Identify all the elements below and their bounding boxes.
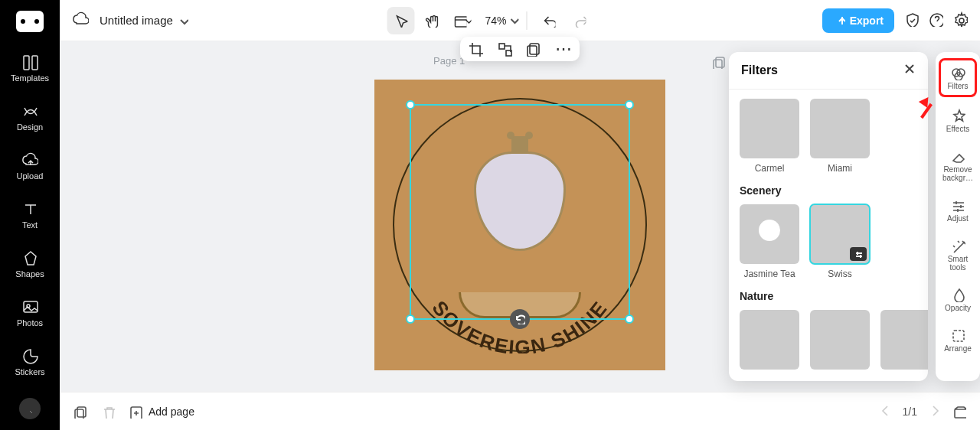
rail-opacity[interactable]: Opacity	[939, 282, 977, 317]
close-button[interactable]	[903, 63, 916, 78]
arrange-icon	[950, 327, 965, 343]
rail-adjust[interactable]: Adjust	[939, 193, 977, 227]
group-icon[interactable]	[497, 41, 512, 57]
thumb-label: Jasmine Tea	[743, 269, 795, 279]
nav-label: Upload	[17, 171, 44, 181]
select-tool[interactable]	[387, 7, 414, 34]
svg-rect-18	[953, 331, 964, 341]
duplicate-icon[interactable]	[526, 41, 541, 57]
add-page-button[interactable]: Add page	[129, 405, 194, 419]
pages-icon[interactable]	[74, 405, 87, 419]
rotate-handle[interactable]	[510, 309, 530, 329]
present-icon[interactable]	[952, 405, 966, 419]
opacity-icon	[950, 287, 965, 302]
undo-button[interactable]	[535, 7, 563, 34]
topbar: Untitled image 74% Export	[60, 0, 980, 41]
prev-page[interactable]	[878, 403, 892, 419]
filter-jasmine-tea[interactable]: Jasmine Tea	[740, 204, 799, 279]
templates-icon	[21, 54, 38, 70]
next-page[interactable]	[928, 403, 942, 419]
nav-bottom	[19, 398, 41, 419]
nav-label: Design	[17, 122, 43, 132]
nav-text[interactable]: Text	[21, 200, 38, 230]
settings-icon[interactable]	[952, 11, 968, 30]
right-rail: Filters Effects Remove backgr… Adjust Sm…	[936, 52, 980, 381]
left-nav: Templates Design Upload Text Shapes Phot…	[0, 0, 60, 430]
nav-label: Stickers	[15, 367, 44, 376]
export-icon	[833, 15, 845, 27]
nav-design[interactable]: Design	[17, 103, 43, 132]
nav-upload[interactable]: Upload	[17, 151, 44, 181]
filter-nature-2[interactable]	[810, 310, 870, 370]
svg-rect-8	[716, 57, 724, 67]
filter-miami[interactable]: Miami	[810, 99, 870, 174]
thumb-label: Miami	[828, 163, 852, 174]
filters-panel: Filters Carmel Miami Scenery Jasmine Tea	[729, 52, 928, 381]
rail-arrange[interactable]: Arrange	[939, 323, 977, 357]
crop-icon[interactable]	[468, 41, 483, 57]
nav-label: Shapes	[15, 269, 44, 279]
upload-icon	[21, 151, 38, 168]
svg-rect-0	[24, 56, 29, 70]
section-heading: Nature	[740, 290, 917, 302]
chevron-down-icon	[178, 15, 188, 26]
rail-label: Arrange	[944, 344, 972, 353]
nav-stickers[interactable]: Stickers	[15, 347, 44, 376]
rail-label: Effects	[946, 125, 969, 133]
topbar-right: Export	[822, 8, 968, 33]
svg-rect-19	[77, 407, 86, 417]
cloud-status[interactable]	[72, 11, 89, 31]
rail-filters[interactable]: Filters	[939, 58, 977, 97]
pager: 1/1	[878, 403, 966, 419]
rail-smart-tools[interactable]: Smart tools	[939, 233, 977, 276]
svg-point-7	[959, 18, 964, 23]
nav-label: Text	[22, 220, 38, 230]
user-menu[interactable]	[19, 398, 41, 419]
artboard[interactable]: SOVEREIGN SHINE ⋯	[374, 80, 665, 370]
filters-icon	[950, 65, 965, 80]
stickers-icon	[21, 347, 38, 364]
page-indicator: 1/1	[903, 406, 917, 418]
svg-marker-2	[25, 252, 36, 265]
duplicate-page-icon[interactable]	[712, 55, 726, 69]
panel-title: Filters	[741, 64, 778, 77]
photos-icon	[21, 298, 38, 315]
trash-icon[interactable]	[101, 405, 115, 419]
nav-label: Templates	[11, 73, 49, 83]
filter-adjust-icon[interactable]	[850, 247, 867, 261]
export-label: Export	[850, 15, 884, 27]
app-logo[interactable]	[16, 11, 44, 32]
frame-tool[interactable]	[448, 7, 475, 34]
bottombar: Add page 1/1	[60, 392, 980, 430]
zoom-control[interactable]: 74%	[485, 15, 518, 27]
nav-label: Photos	[17, 318, 43, 327]
separator	[527, 11, 528, 30]
svg-point-6	[930, 14, 943, 27]
rail-remove-bg[interactable]: Remove backgr…	[939, 144, 977, 187]
annotation-arrow	[914, 101, 934, 121]
help-icon[interactable]	[928, 11, 943, 30]
export-button[interactable]: Export	[822, 8, 894, 33]
selection-frame[interactable]	[410, 104, 630, 320]
zoom-value: 74%	[485, 15, 506, 27]
doc-title[interactable]: Untitled image	[100, 14, 188, 27]
effects-icon	[950, 108, 965, 123]
nav-templates[interactable]: Templates	[11, 54, 49, 83]
chevron-down-icon	[510, 16, 519, 25]
hand-tool[interactable]	[417, 7, 445, 34]
shield-icon[interactable]	[903, 11, 919, 30]
redo-button[interactable]	[566, 7, 593, 34]
rail-effects[interactable]: Effects	[939, 103, 977, 138]
more-icon[interactable]: ⋯	[555, 44, 572, 54]
rail-label: Adjust	[947, 214, 969, 223]
eraser-icon	[950, 148, 965, 164]
filter-swiss[interactable]: Swiss	[810, 204, 870, 279]
design-icon	[21, 103, 38, 119]
filter-nature-3[interactable]	[880, 310, 928, 370]
nav-photos[interactable]: Photos	[17, 298, 43, 327]
rail-label: Opacity	[945, 304, 971, 312]
filter-carmel[interactable]: Carmel	[740, 99, 799, 174]
filter-nature-1[interactable]	[740, 310, 799, 370]
nav-shapes[interactable]: Shapes	[15, 249, 44, 279]
svg-rect-13	[530, 44, 539, 54]
